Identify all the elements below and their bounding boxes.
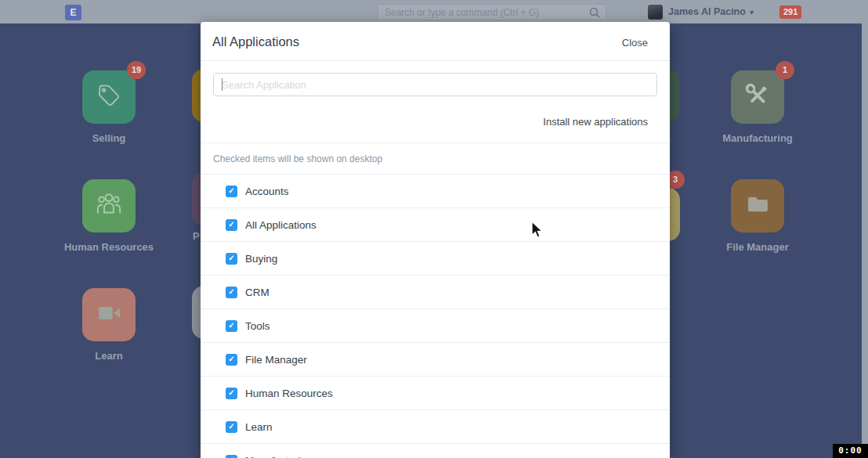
application-checklist: ✓Accounts✓All Applications✓Buying✓CRM✓To… <box>201 174 670 458</box>
check-icon: ✓ <box>228 322 234 330</box>
close-button[interactable]: Close <box>622 37 648 49</box>
app-list-item[interactable]: ✓Human Resources <box>201 376 670 409</box>
modal-title: All Applications <box>212 34 299 49</box>
checkbox-checked[interactable]: ✓ <box>226 287 237 298</box>
install-row: Install new applications <box>201 96 670 143</box>
user-name: James Al Pacino <box>668 6 746 17</box>
check-icon: ✓ <box>228 187 234 195</box>
app-list-item-label: CRM <box>245 287 269 298</box>
checkbox-checked[interactable]: ✓ <box>226 455 237 458</box>
app-list-item[interactable]: ✓All Applications <box>201 207 670 241</box>
chevron-down-icon: ▾ <box>750 8 754 16</box>
checkbox-checked[interactable]: ✓ <box>226 253 237 265</box>
desktop-icon-label: Learn <box>46 350 172 362</box>
check-icon: ✓ <box>228 355 234 363</box>
people-icon <box>93 189 125 223</box>
checkbox-checked[interactable]: ✓ <box>226 320 237 332</box>
app-list-item-label: All Applications <box>245 219 316 231</box>
app-list-item[interactable]: ✓Tools <box>201 308 670 342</box>
desktop-icon-manufacturing[interactable] <box>731 70 784 124</box>
app-list-item-label: Human Resources <box>245 388 333 399</box>
app-list-item-label: Buying <box>245 253 277 265</box>
application-search-input[interactable] <box>213 73 657 96</box>
avatar <box>648 5 663 20</box>
page-scrollbar[interactable] <box>862 23 868 458</box>
app-screen: 19SellingHuman ResourcesLearn1Manufactur… <box>0 0 868 458</box>
check-icon: ✓ <box>228 221 234 229</box>
checkbox-checked[interactable]: ✓ <box>226 354 237 366</box>
video-camera-icon <box>93 298 125 332</box>
app-list-item[interactable]: ✓Manufacturing <box>201 443 670 458</box>
app-list-item-label: File Manager <box>245 354 307 366</box>
search-icon <box>589 7 601 19</box>
unread-count-badge: 19 <box>127 61 146 79</box>
notification-count-badge[interactable]: 291 <box>779 5 801 19</box>
checkbox-checked[interactable]: ✓ <box>226 421 237 433</box>
desktop-icon-file-manager[interactable] <box>731 179 784 233</box>
app-list-item-label: Learn <box>245 421 273 433</box>
check-icon: ✓ <box>228 254 234 262</box>
app-list-item[interactable]: ✓CRM <box>201 275 670 308</box>
app-logo[interactable]: E <box>65 5 81 20</box>
desktop-hint-text: Checked items will be shown on desktop <box>201 143 670 174</box>
app-list-item[interactable]: ✓Accounts <box>201 174 670 207</box>
checkbox-checked[interactable]: ✓ <box>226 388 237 399</box>
checkbox-checked[interactable]: ✓ <box>226 186 237 197</box>
user-menu[interactable]: James Al Pacino ▾ <box>648 0 754 23</box>
app-list-item-label: Accounts <box>245 186 289 197</box>
install-new-applications-link[interactable]: Install new applications <box>543 116 648 128</box>
app-list-item[interactable]: ✓Learn <box>201 409 670 443</box>
modal-search-section <box>201 61 670 96</box>
checkbox-checked[interactable]: ✓ <box>226 219 237 231</box>
desktop-icon-human-resources[interactable] <box>82 179 136 233</box>
desktop-icon-label: Manufacturing <box>695 132 820 144</box>
app-list-item-label: Tools <box>245 320 270 332</box>
global-search <box>378 4 606 20</box>
app-list-item[interactable]: ✓Buying <box>201 241 670 275</box>
text-caret <box>222 78 222 91</box>
app-list-item[interactable]: ✓File Manager <box>201 342 670 376</box>
desktop-icon-label: File Manager <box>695 241 820 253</box>
all-applications-modal: All Applications Close Install new appli… <box>201 22 670 458</box>
desktop-icon-selling[interactable] <box>82 70 136 124</box>
check-icon: ✓ <box>228 389 234 397</box>
unread-count-badge: 1 <box>776 61 794 79</box>
desktop-icon-learn[interactable] <box>82 288 136 341</box>
app-list-item-label: Manufacturing <box>245 455 313 458</box>
modal-header: All Applications Close <box>201 22 670 61</box>
recording-timer: 0:00 <box>833 444 868 458</box>
desktop-icon-label: Human Resources <box>46 241 172 253</box>
check-icon: ✓ <box>228 288 234 296</box>
desktop-icon-label: Selling <box>46 132 172 144</box>
tools-icon <box>742 80 773 114</box>
global-search-input[interactable] <box>378 5 606 20</box>
navbar: E James Al Pacino ▾ 291 <box>0 0 868 23</box>
check-icon: ✓ <box>228 423 234 431</box>
folder-icon <box>742 189 773 223</box>
tag-icon <box>93 80 125 114</box>
